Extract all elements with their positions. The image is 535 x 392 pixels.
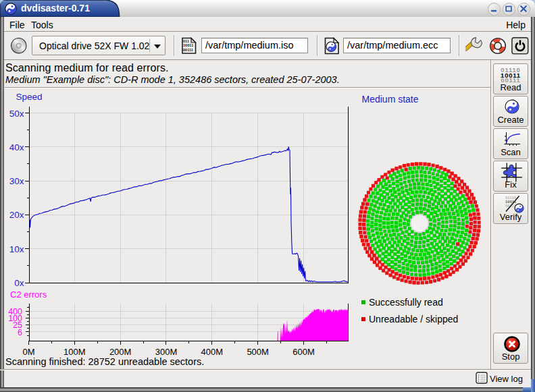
svg-text:Speed: Speed <box>16 92 43 102</box>
svg-text:100M: 100M <box>63 347 86 357</box>
svg-text:400M: 400M <box>201 347 224 357</box>
svg-text:C2 errors: C2 errors <box>10 289 47 300</box>
svg-text:6: 6 <box>18 328 22 337</box>
svg-text:0x: 0x <box>14 278 24 288</box>
svg-text:011: 011 <box>183 39 189 43</box>
svg-text:300M: 300M <box>155 347 178 357</box>
svg-text:600M: 600M <box>292 347 315 357</box>
svg-text:20x: 20x <box>9 210 24 220</box>
svg-text:200M: 200M <box>109 347 132 357</box>
svg-text:0M: 0M <box>22 347 34 357</box>
svg-text:500M: 500M <box>247 347 269 357</box>
svg-text:10011: 10011 <box>183 43 193 47</box>
svg-text:00111: 00111 <box>183 48 193 52</box>
svg-text:30x: 30x <box>9 176 24 186</box>
svg-text:40x: 40x <box>9 142 24 152</box>
svg-text:50x: 50x <box>9 109 24 119</box>
svg-text:10x: 10x <box>9 244 24 254</box>
